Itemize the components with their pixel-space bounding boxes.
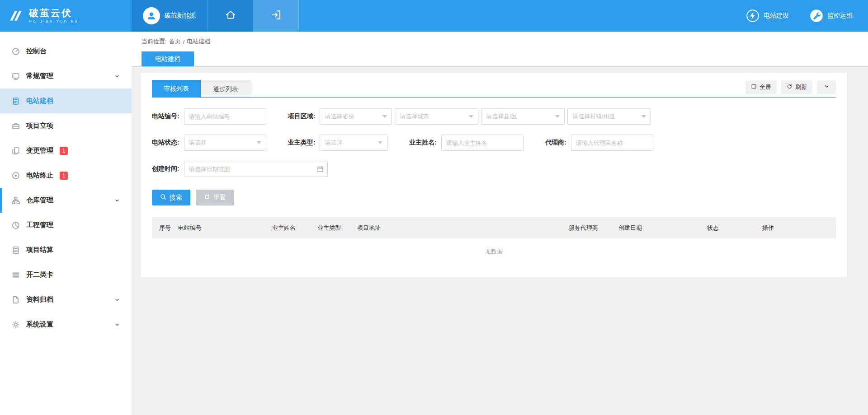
- brand-text: 破茧云伏 Po Jian Yun Fu: [29, 8, 79, 24]
- sidebar-item-label: 开二类卡: [26, 270, 53, 279]
- filter-form: 电站编号: 项目区域: 请选择省份 请选择城市: [152, 108, 836, 177]
- wrench-icon: [810, 9, 823, 23]
- file-icon: [12, 296, 20, 304]
- county-select[interactable]: 请选择县/区: [481, 108, 565, 125]
- user-avatar-icon: [143, 7, 160, 24]
- sidebar-item-label: 资料归档: [26, 295, 53, 304]
- filter-owner-type: 业主类型: 请选择: [288, 135, 388, 151]
- sidebar-item-station-terminate[interactable]: 电站终止 1: [0, 163, 132, 188]
- created-time-label: 创建时间:: [152, 165, 179, 173]
- nav-monitor-ops-label: 监控运维: [827, 12, 853, 20]
- page-header: 当前位置: 首页 / 电站建档 电站建档: [132, 32, 868, 67]
- col-create-date: 创建日期: [618, 224, 707, 232]
- agent-input[interactable]: [571, 135, 653, 151]
- sidebar-item-label: 常规管理: [26, 72, 53, 80]
- sidebar-item-project-initiation[interactable]: 项目立项: [0, 113, 132, 138]
- fullscreen-icon: [751, 84, 757, 91]
- nav-monitor-ops[interactable]: 监控运维: [810, 9, 853, 23]
- results-table: 序号 电站编号 业主姓名 业主类型 项目地址 服务代理商 创建日期 状态 操作 …: [152, 217, 836, 265]
- breadcrumb-separator: /: [183, 38, 185, 45]
- town-select[interactable]: 请选择村镇/街道: [567, 108, 651, 125]
- search-button[interactable]: 搜索: [152, 190, 190, 205]
- breadcrumb-prefix: 当前位置:: [142, 37, 167, 46]
- station-status-select[interactable]: 请选择: [184, 135, 266, 151]
- brand-logo-area: 破茧云伏 Po Jian Yun Fu: [0, 0, 132, 32]
- sidebar-item-system-settings[interactable]: 系统设置: [0, 312, 132, 337]
- city-select[interactable]: 请选择城市: [395, 108, 478, 125]
- owner-type-label: 业主类型:: [288, 139, 316, 147]
- caret-down-icon: [469, 115, 473, 118]
- app-window: 破茧云伏 Po Jian Yun Fu 破茧新能源: [0, 0, 868, 415]
- filter-row-1: 电站编号: 项目区域: 请选择省份 请选择城市: [152, 108, 836, 125]
- stop-circle-icon: [12, 172, 20, 180]
- tab-review-list[interactable]: 审核列表: [152, 80, 201, 97]
- caret-down-icon: [378, 141, 382, 144]
- owner-type-select[interactable]: 请选择: [320, 135, 387, 151]
- sidebar-item-label: 工程管理: [26, 221, 53, 229]
- home-icon: [225, 9, 236, 23]
- nav-station-build[interactable]: 电站建设: [746, 9, 789, 23]
- table-header-row: 序号 电站编号 业主姓名 业主类型 项目地址 服务代理商 创建日期 状态 操作: [152, 217, 836, 238]
- gear-icon: [12, 321, 20, 329]
- date-range-input[interactable]: [184, 161, 328, 177]
- caret-down-icon: [382, 115, 387, 118]
- col-service-agent: 服务代理商: [569, 224, 618, 232]
- breadcrumb: 当前位置: 首页 / 电站建档: [132, 32, 868, 51]
- sidebar-item-engineering-mgmt[interactable]: 工程管理: [0, 213, 132, 238]
- station-status-placeholder: 请选择: [189, 139, 207, 147]
- home-button[interactable]: [208, 0, 254, 32]
- sidebar-item-open-type2-card[interactable]: 开二类卡: [0, 262, 132, 287]
- col-index: 序号: [152, 224, 178, 232]
- card-toolbar: 全屏 刷新: [745, 80, 836, 97]
- sidebar-item-label: 电站建档: [26, 97, 53, 105]
- reset-button[interactable]: 重置: [196, 190, 234, 205]
- sidebar-item-general-mgmt[interactable]: 常规管理: [0, 64, 132, 89]
- chevron-down-icon: [824, 84, 830, 91]
- nav-station-build-label: 电站建设: [764, 12, 789, 20]
- sidebar-item-label: 仓库管理: [26, 196, 53, 205]
- user-menu[interactable]: 破茧新能源: [132, 0, 208, 32]
- station-no-input[interactable]: [184, 108, 266, 125]
- owner-name-input[interactable]: [441, 135, 524, 151]
- chevron-down-icon: [114, 198, 120, 203]
- city-placeholder: 请选择城市: [400, 112, 429, 121]
- sidebar-item-project-settlement[interactable]: 项目结算: [0, 238, 132, 262]
- filter-row-3: 创建时间:: [152, 161, 836, 177]
- sidebar-item-dashboard[interactable]: 控制台: [0, 39, 132, 64]
- province-placeholder: 请选择省份: [325, 112, 354, 121]
- page-tab-station-archive[interactable]: 电站建档: [142, 51, 194, 66]
- sidebar-item-label: 系统设置: [26, 320, 53, 329]
- region-label: 项目区域:: [288, 112, 316, 121]
- reset-label: 重置: [213, 194, 226, 202]
- caret-down-icon: [642, 115, 646, 118]
- top-right-nav: 电站建设 监控运维: [746, 0, 868, 32]
- breadcrumb-home[interactable]: 首页: [169, 37, 181, 46]
- list-bars-icon: [12, 271, 20, 279]
- brand-subtitle: Po Jian Yun Fu: [29, 19, 79, 24]
- col-actions: 操作: [762, 224, 836, 232]
- filter-created-time: 创建时间:: [152, 161, 328, 177]
- document-icon: [12, 97, 20, 105]
- col-owner-type: 业主类型: [317, 224, 357, 232]
- tab-passed-list[interactable]: 通过列表: [201, 80, 250, 97]
- caret-down-icon: [555, 115, 560, 118]
- content-card: 审核列表 通过列表 全屏 刷新: [141, 73, 847, 277]
- col-owner-name: 业主姓名: [272, 224, 317, 232]
- logout-icon: [270, 9, 282, 23]
- chevron-down-icon: [114, 322, 120, 327]
- sidebar-item-change-mgmt[interactable]: 变更管理 1: [0, 138, 132, 163]
- station-status-label: 电站状态:: [152, 139, 179, 147]
- fullscreen-button[interactable]: 全屏: [745, 80, 777, 94]
- province-select[interactable]: 请选择省份: [320, 108, 392, 125]
- sitemap-icon: [12, 196, 20, 205]
- sidebar-item-station-archive[interactable]: 电站建档: [0, 89, 132, 113]
- date-range-field: [184, 161, 328, 177]
- logout-button[interactable]: [254, 0, 299, 32]
- refresh-button[interactable]: 刷新: [781, 80, 812, 94]
- sidebar-item-warehouse-mgmt[interactable]: 仓库管理: [0, 188, 132, 213]
- page-tab-strip: 电站建档: [132, 51, 868, 67]
- county-placeholder: 请选择县/区: [486, 112, 517, 121]
- sidebar-item-data-archive[interactable]: 资料归档: [0, 287, 132, 312]
- agent-label: 代理商:: [545, 139, 566, 147]
- collapse-toolbar-button[interactable]: [817, 80, 836, 94]
